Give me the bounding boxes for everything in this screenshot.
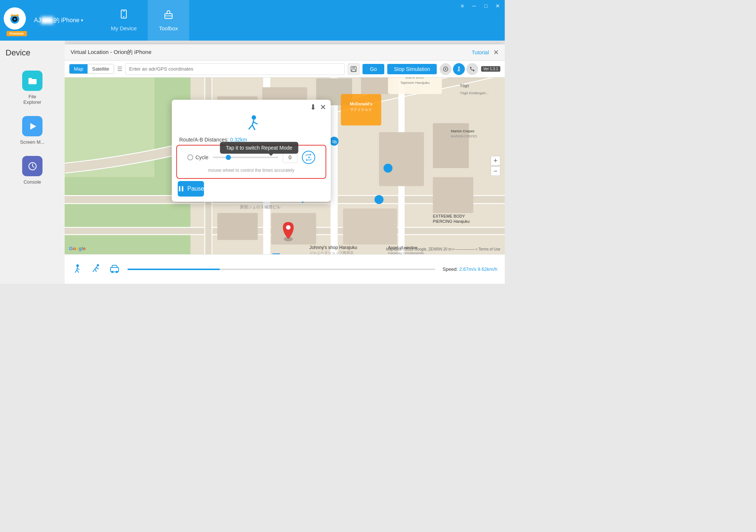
header-nav: My Device Toolbox bbox=[100, 0, 189, 41]
cycle-radio[interactable] bbox=[187, 154, 193, 160]
minimize-button[interactable]: ─ bbox=[471, 3, 477, 9]
maximize-button[interactable]: □ bbox=[483, 3, 489, 9]
nav-item-my-device[interactable]: My Device bbox=[100, 0, 148, 41]
svg-text:MARION CREPES: MARION CREPES bbox=[451, 134, 477, 138]
pause-button[interactable]: Pause bbox=[178, 181, 204, 197]
device-name-text: AJ███的 iPhone bbox=[34, 17, 79, 24]
run-speed-icon[interactable] bbox=[91, 264, 102, 275]
svg-text:EXTREME BODY: EXTREME BODY bbox=[433, 214, 465, 218]
console-icon-box bbox=[22, 156, 42, 176]
map-tab-satellite[interactable]: Satellite bbox=[88, 64, 113, 74]
title-bar-controls: ≡ ─ □ ✕ bbox=[459, 3, 501, 9]
toolbox-icon bbox=[163, 9, 174, 22]
svg-line-22 bbox=[459, 69, 460, 69]
device-name[interactable]: AJ███的 iPhone ▾ bbox=[34, 17, 83, 24]
main-content: Virtual Location - Orion的 iPhone Tutoria… bbox=[65, 41, 505, 284]
svg-rect-15 bbox=[352, 69, 355, 71]
vl-close-button[interactable]: ✕ bbox=[493, 48, 499, 57]
svg-point-57 bbox=[384, 164, 392, 173]
sidebar-item-console[interactable]: Console bbox=[0, 150, 65, 190]
svg-line-86 bbox=[252, 125, 255, 130]
speed-bar: Speed: 2.67m/s 9.62km/h bbox=[65, 254, 505, 284]
zoom-in-button[interactable]: + bbox=[491, 156, 500, 166]
app-header: ≡ ─ □ ✕ Premium AJ███的 iPhone ▾ bbox=[0, 0, 505, 41]
speed-label-text: Speed: bbox=[443, 266, 458, 272]
walk-button[interactable] bbox=[453, 63, 465, 75]
map-zoom-controls: + − bbox=[491, 156, 500, 176]
drive-speed-icon[interactable] bbox=[109, 264, 120, 275]
file-explorer-label: FileExplorer bbox=[23, 94, 41, 105]
svg-rect-41 bbox=[361, 78, 392, 94]
svg-text:🛍: 🛍 bbox=[332, 139, 337, 144]
screen-mirror-label: Screen M... bbox=[20, 139, 44, 145]
map-tab-map[interactable]: Map bbox=[69, 64, 88, 74]
coord-input[interactable] bbox=[125, 63, 345, 75]
svg-line-95 bbox=[77, 270, 79, 273]
zoom-out-button[interactable]: − bbox=[491, 166, 500, 176]
google-logo: Google bbox=[69, 246, 86, 251]
cycle-slider-thumb bbox=[226, 155, 231, 160]
svg-text:Tōgō Kindergart...: Tōgō Kindergart... bbox=[460, 91, 488, 95]
cycle-label: Cycle bbox=[187, 154, 208, 160]
google-o1: o bbox=[73, 246, 76, 251]
svg-point-104 bbox=[116, 271, 118, 273]
tutorial-link[interactable]: Tutorial bbox=[472, 50, 489, 55]
svg-rect-68 bbox=[272, 253, 280, 254]
nav-my-device-label: My Device bbox=[111, 25, 137, 31]
sidebar: Device FileExplorer Screen M... Console bbox=[0, 41, 65, 284]
list-icon[interactable]: ☰ bbox=[117, 65, 122, 72]
map-footer: Map data ©2018 Google, ZENRIN 20 m ⊢————… bbox=[386, 247, 500, 251]
stop-simulation-button[interactable]: Stop Simulation bbox=[387, 64, 437, 74]
svg-rect-46 bbox=[343, 208, 397, 244]
logo-icon bbox=[7, 11, 22, 26]
svg-text:Harajuku Omotesando: Harajuku Omotesando bbox=[388, 251, 424, 254]
svg-text:マクドナルド: マクドナルド bbox=[350, 108, 372, 112]
svg-point-18 bbox=[458, 66, 460, 68]
compass-button[interactable] bbox=[440, 63, 452, 75]
nav-item-toolbox[interactable]: Toolbox bbox=[148, 0, 189, 41]
save-coordinates-button[interactable] bbox=[348, 63, 360, 75]
go-button[interactable]: Go bbox=[362, 64, 384, 74]
folder-icon bbox=[27, 76, 38, 86]
clock-icon bbox=[27, 161, 38, 171]
map-area[interactable]: B 🛍 McDonald's マクドナルド Baird Beer Taproom… bbox=[65, 78, 505, 254]
svg-point-83 bbox=[252, 115, 256, 120]
route-panel-close-icon[interactable]: ✕ bbox=[320, 103, 326, 112]
speed-slider-fill bbox=[127, 269, 220, 270]
route-person-icon bbox=[172, 113, 331, 134]
cycle-hint: mouse wheel to control the times accurat… bbox=[180, 167, 323, 176]
svg-line-96 bbox=[77, 268, 79, 270]
sidebar-item-file-explorer[interactable]: FileExplorer bbox=[0, 65, 65, 110]
svg-text:Tōgō: Tōgō bbox=[460, 83, 469, 88]
route-button[interactable] bbox=[466, 63, 478, 75]
app-logo: Premium bbox=[4, 7, 30, 33]
toolbox-svg-icon bbox=[163, 9, 174, 20]
sidebar-item-screen-mirror[interactable]: Screen M... bbox=[0, 110, 65, 150]
file-explorer-icon-box bbox=[22, 71, 42, 91]
svg-text:ジャニーズショップ原宿店: ジャニーズショップ原宿店 bbox=[309, 251, 354, 254]
speed-value: 2.67m/s 9.62km/h bbox=[459, 266, 497, 272]
download-icon[interactable]: ⬇ bbox=[310, 103, 316, 112]
cycle-text: Cycle bbox=[195, 154, 208, 160]
cycle-repeat-section: Tap it to switch Repeat Mode Cycle 0 bbox=[176, 145, 326, 179]
map-toolbar: Map Satellite ☰ Go Stop Simulation bbox=[65, 61, 505, 78]
walk-speed-icon[interactable] bbox=[72, 264, 83, 275]
logo-inner bbox=[4, 7, 26, 30]
speed-slider[interactable] bbox=[127, 269, 435, 270]
route-panel-header: ⬇ ✕ bbox=[172, 100, 331, 113]
route-icon bbox=[469, 66, 475, 72]
hamburger-icon[interactable]: ≡ bbox=[459, 3, 466, 9]
distance-label: Route/A-B Distances: bbox=[179, 137, 229, 143]
svg-text:Johnny's shop Harajuku: Johnny's shop Harajuku bbox=[309, 245, 357, 250]
close-button[interactable]: ✕ bbox=[494, 3, 501, 9]
distance-value: 0.32km bbox=[230, 137, 247, 143]
version-badge: Ver 1.3.1 bbox=[481, 66, 500, 72]
repeat-icon: A → bbox=[305, 154, 312, 161]
repeat-mode-button[interactable]: A → bbox=[302, 151, 315, 164]
walk-icon bbox=[456, 66, 462, 72]
cycle-slider[interactable] bbox=[213, 157, 278, 158]
svg-point-23 bbox=[470, 67, 471, 68]
svg-point-56 bbox=[375, 195, 384, 204]
map-view-toggle: Map Satellite bbox=[69, 64, 114, 74]
route-distance: Route/A-B Distances: 0.32km bbox=[172, 134, 331, 145]
